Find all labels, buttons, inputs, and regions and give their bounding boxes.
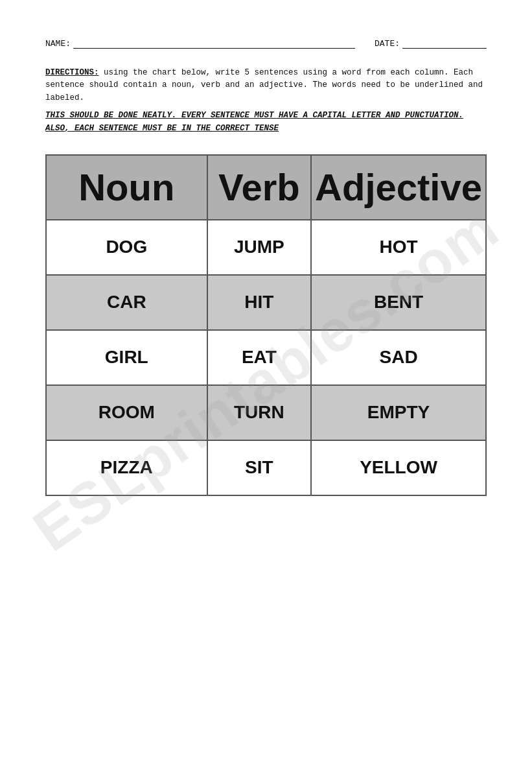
cell-verb-2: EAT [207,330,312,385]
cell-noun-0: DOG [46,220,207,275]
directions-block: DIRECTIONS: using the chart below, write… [45,67,487,104]
word-table: Noun Verb Adjective DOGJUMPHOTCARHITBENT… [45,154,487,496]
header-verb: Verb [207,155,312,220]
cell-adjective-3: EMPTY [311,385,486,440]
date-label: DATE: [375,39,400,49]
cell-adjective-4: YELLOW [311,440,486,495]
table-row: PIZZASITYELLOW [46,440,486,495]
directions-body: using the chart below, write 5 sentences… [45,68,483,102]
cell-verb-4: SIT [207,440,312,495]
cell-verb-3: TURN [207,385,312,440]
name-line [73,48,355,49]
cell-noun-4: PIZZA [46,440,207,495]
table-row: CARHITBENT [46,275,486,330]
cell-noun-3: ROOM [46,385,207,440]
table-row: ROOMTURNEMPTY [46,385,486,440]
cell-adjective-1: BENT [311,275,486,330]
cell-verb-1: HIT [207,275,312,330]
header-adjective: Adjective [311,155,486,220]
directions-emphasis: THIS SHOULD BE DONE NEATLY. EVERY SENTEN… [45,110,487,135]
header-noun: Noun [46,155,207,220]
cell-noun-1: CAR [46,275,207,330]
cell-noun-2: GIRL [46,330,207,385]
table-row: DOGJUMPHOT [46,220,486,275]
cell-adjective-0: HOT [311,220,486,275]
name-label: NAME: [45,39,71,49]
date-line [402,48,487,49]
directions-label: DIRECTIONS: [45,68,99,77]
cell-adjective-2: SAD [311,330,486,385]
table-row: GIRLEATSAD [46,330,486,385]
name-date-row: NAME: DATE: [45,39,487,49]
cell-verb-0: JUMP [207,220,312,275]
table-header-row: Noun Verb Adjective [46,155,486,220]
